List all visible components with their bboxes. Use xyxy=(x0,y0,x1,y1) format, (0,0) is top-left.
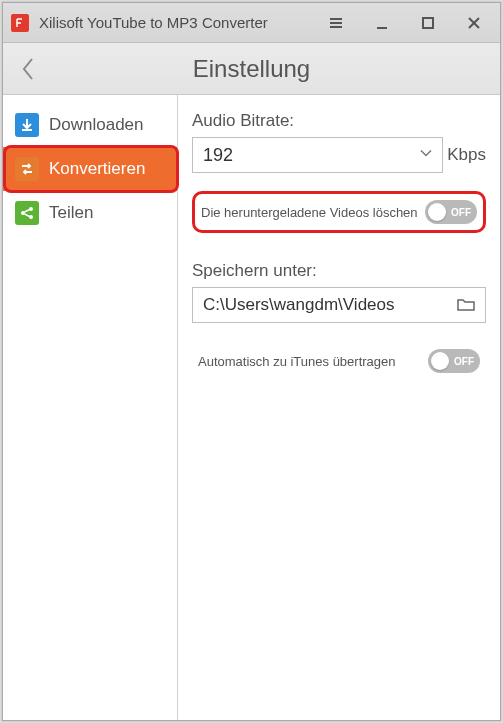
sidebar-item-label: Teilen xyxy=(49,203,93,223)
minimize-icon[interactable] xyxy=(372,13,392,33)
share-icon xyxy=(15,201,39,225)
delete-videos-label: Die heruntergeladene Videos löschen xyxy=(201,205,418,220)
bitrate-label: Audio Bitrate: xyxy=(192,111,486,131)
browse-folder-icon[interactable] xyxy=(455,294,477,316)
sidebar-item-download[interactable]: Downloaden xyxy=(3,103,177,147)
body: Downloaden Konvertieren Teilen Audio Bit… xyxy=(3,95,500,720)
bitrate-unit: Kbps xyxy=(447,145,486,165)
bitrate-select[interactable]: 192 xyxy=(192,137,443,173)
bitrate-value: 192 xyxy=(203,145,233,166)
page-header: Einstellung xyxy=(3,43,500,95)
toggle-state: OFF xyxy=(454,356,474,367)
svg-line-11 xyxy=(25,214,30,217)
delete-videos-toggle[interactable]: OFF xyxy=(425,200,477,224)
close-icon[interactable] xyxy=(464,13,484,33)
itunes-toggle[interactable]: OFF xyxy=(428,349,480,373)
sidebar-item-label: Konvertieren xyxy=(49,159,145,179)
sidebar-item-label: Downloaden xyxy=(49,115,144,135)
svg-point-9 xyxy=(29,215,33,219)
save-path-field xyxy=(192,287,486,323)
toggle-knob xyxy=(428,203,446,221)
window-controls xyxy=(326,13,492,33)
sidebar-item-convert[interactable]: Konvertieren xyxy=(3,147,177,191)
convert-icon xyxy=(15,157,39,181)
bitrate-row: 192 Kbps xyxy=(192,137,486,173)
app-window: Xilisoft YouTube to MP3 Converter Einste… xyxy=(2,2,501,721)
back-button[interactable] xyxy=(3,43,53,94)
menu-icon[interactable] xyxy=(326,13,346,33)
app-title: Xilisoft YouTube to MP3 Converter xyxy=(39,14,326,31)
delete-videos-row: Die heruntergeladene Videos löschen OFF xyxy=(192,191,486,233)
itunes-row: Automatisch zu iTunes übertragen OFF xyxy=(192,341,486,381)
svg-rect-4 xyxy=(423,18,433,28)
toggle-knob xyxy=(431,352,449,370)
itunes-label: Automatisch zu iTunes übertragen xyxy=(198,354,396,369)
chevron-down-icon xyxy=(418,145,434,166)
svg-line-10 xyxy=(25,210,30,213)
maximize-icon[interactable] xyxy=(418,13,438,33)
sidebar-item-share[interactable]: Teilen xyxy=(3,191,177,235)
sidebar: Downloaden Konvertieren Teilen xyxy=(3,95,178,720)
save-section: Speichern unter: xyxy=(192,261,486,323)
svg-point-8 xyxy=(29,207,33,211)
page-title: Einstellung xyxy=(3,55,500,83)
content-panel: Audio Bitrate: 192 Kbps Die heruntergela… xyxy=(178,95,500,720)
save-to-label: Speichern unter: xyxy=(192,261,486,281)
toggle-state: OFF xyxy=(451,207,471,218)
titlebar: Xilisoft YouTube to MP3 Converter xyxy=(3,3,500,43)
download-icon xyxy=(15,113,39,137)
save-path-input[interactable] xyxy=(203,295,455,315)
app-icon xyxy=(11,14,29,32)
